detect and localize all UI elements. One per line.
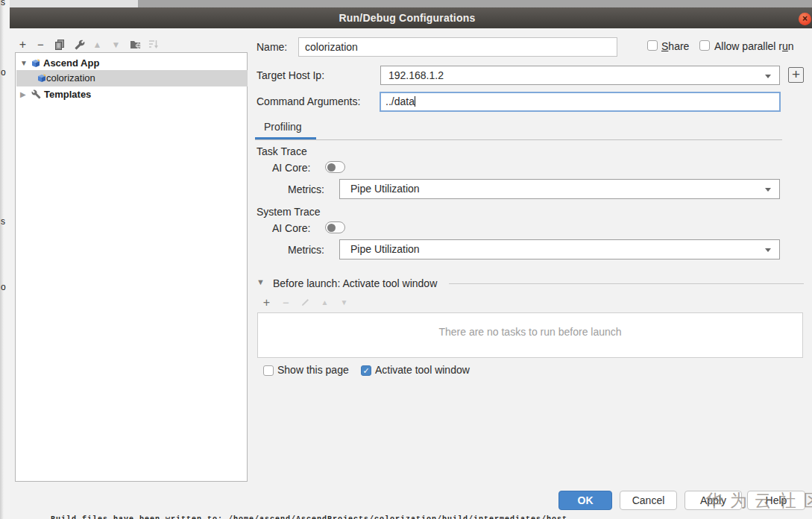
name-input[interactable]: colorization	[298, 37, 617, 57]
system-trace-title: System Trace	[256, 207, 321, 218]
system-trace-metrics-value: Pipe Utilization	[340, 240, 779, 259]
toggle-knob	[327, 224, 336, 232]
screen: s o s o Run/Debug Configurations × + − ▲…	[0, 0, 812, 519]
minus-icon: −	[283, 296, 289, 309]
before-launch-collapse-icon[interactable]: ▼	[256, 277, 265, 286]
pencil-icon	[300, 298, 310, 307]
folder-plus-icon	[130, 40, 142, 49]
arrow-up-icon: ▲	[93, 40, 102, 50]
tab-profiling[interactable]: Profiling	[264, 122, 302, 133]
dropdown-arrow-icon	[765, 75, 771, 78]
edit-defaults-button[interactable]	[75, 40, 85, 51]
share-checkbox[interactable]	[647, 40, 658, 51]
dialog-titlebar[interactable]: Run/Debug Configurations	[10, 7, 812, 28]
task-trace-metrics-combobox[interactable]: Pipe Utilization	[339, 179, 780, 199]
before-launch-edit-button[interactable]	[300, 298, 310, 309]
command-arguments-input[interactable]: ../data	[380, 92, 781, 112]
task-trace-ai-core-toggle[interactable]	[325, 161, 345, 173]
dropdown-arrow-icon	[765, 188, 771, 192]
dropdown-arrow-icon	[765, 248, 771, 252]
app-icon	[37, 73, 46, 83]
allow-parallel-run-label: Allow parallel run	[714, 41, 794, 52]
wrench-icon	[31, 89, 41, 99]
allow-parallel-run-checkbox[interactable]	[699, 40, 710, 51]
system-trace-ai-core-toggle[interactable]	[325, 221, 345, 233]
command-arguments-value: ../data	[381, 93, 779, 110]
target-host-ip-combobox[interactable]: 192.168.1.2	[380, 66, 780, 85]
before-launch-tasks-panel: There are no tasks to run before launch	[257, 312, 803, 358]
task-trace-ai-core-label: AI Core:	[272, 163, 310, 174]
name-value: colorization	[299, 38, 617, 56]
allow-label-pre: Allow parallel r	[714, 40, 782, 52]
activate-tool-window-checkbox[interactable]: ✓	[361, 365, 371, 376]
tree-item-label: colorization	[46, 70, 95, 86]
before-launch-remove-button[interactable]: −	[281, 297, 291, 309]
arrow-down-icon: ▼	[112, 40, 121, 50]
background-console-text: Build files have been written to: /home/…	[51, 515, 567, 519]
plus-icon: +	[263, 296, 270, 309]
background-top-strip-light	[10, 0, 138, 7]
tree-item-label: Ascend App	[43, 55, 99, 72]
share-label-accel: S	[661, 40, 668, 52]
share-label-rest: hare	[668, 40, 689, 52]
configurations-tree: ▼ Ascend App colorization ▶ Templates	[15, 52, 248, 482]
before-launch-move-up-button[interactable]: ▲	[320, 297, 330, 309]
copy-icon	[55, 40, 65, 50]
arrow-down-icon: ▼	[341, 298, 348, 306]
command-arguments-label: Command Arguments:	[256, 96, 360, 107]
chevron-down-icon[interactable]: ▼	[20, 55, 28, 72]
show-this-page-label: Show this page	[277, 365, 349, 376]
close-button[interactable]: ×	[799, 13, 811, 25]
system-trace-metrics-label: Metrics:	[288, 245, 324, 256]
watermark: 华为云社区	[705, 489, 812, 512]
move-up-button[interactable]: ▲	[92, 39, 102, 51]
add-configuration-button[interactable]: +	[18, 39, 28, 51]
allow-label-post: n	[788, 40, 794, 52]
background-console-strip: Build files have been written to: /home/…	[10, 515, 812, 519]
plus-icon: +	[19, 38, 26, 51]
system-trace-ai-core-label: AI Core:	[272, 223, 310, 234]
move-down-button[interactable]: ▼	[111, 39, 121, 51]
ok-button[interactable]: OK	[558, 491, 612, 510]
background-letter: s	[1, 216, 5, 227]
tree-item-colorization[interactable]: colorization	[16, 70, 248, 86]
sort-configurations-button[interactable]	[148, 40, 159, 51]
before-launch-divider	[449, 283, 804, 284]
before-launch-add-button[interactable]: +	[262, 297, 271, 309]
background-letter: o	[1, 67, 6, 78]
toggle-knob	[327, 163, 336, 172]
wrench-icon	[75, 40, 85, 50]
target-host-ip-label: Target Host Ip:	[256, 70, 324, 81]
task-trace-title: Task Trace	[256, 146, 307, 157]
chevron-right-icon[interactable]: ▶	[20, 86, 26, 103]
cancel-button-label: Cancel	[632, 494, 665, 506]
tab-divider	[255, 139, 782, 140]
before-launch-move-down-button[interactable]: ▼	[339, 297, 349, 309]
allow-label-accel: u	[782, 40, 788, 52]
minus-icon: −	[37, 38, 44, 51]
name-label: Name:	[256, 42, 287, 53]
ok-button-label: OK	[578, 494, 594, 506]
share-label: Share	[661, 41, 689, 52]
before-launch-header: Before launch: Activate tool window	[273, 278, 437, 289]
cancel-button[interactable]: Cancel	[620, 491, 677, 510]
show-this-page-checkbox[interactable]	[263, 365, 274, 376]
add-host-ip-button[interactable]: +	[788, 67, 804, 83]
tree-item-templates[interactable]: ▶ Templates	[16, 86, 248, 103]
background-top-strip-gray	[138, 0, 812, 7]
app-icon	[31, 58, 40, 68]
create-folder-button[interactable]	[130, 40, 142, 51]
dialog-title: Run/Debug Configurations	[339, 12, 476, 24]
plus-icon: +	[792, 66, 800, 82]
system-trace-metrics-combobox[interactable]: Pipe Utilization	[339, 239, 780, 260]
background-left-strip: s o s o	[0, 0, 10, 519]
target-host-ip-value: 192.168.1.2	[381, 66, 779, 84]
text-caret	[415, 96, 415, 107]
background-letter: o	[1, 282, 6, 292]
tree-item-ascend-app[interactable]: ▼ Ascend App	[16, 55, 248, 72]
remove-configuration-button[interactable]: −	[36, 39, 45, 51]
before-launch-empty-text: There are no tasks to run before launch	[258, 326, 802, 338]
close-icon: ×	[802, 13, 808, 24]
copy-configuration-button[interactable]	[55, 40, 65, 51]
check-icon: ✓	[362, 366, 369, 375]
